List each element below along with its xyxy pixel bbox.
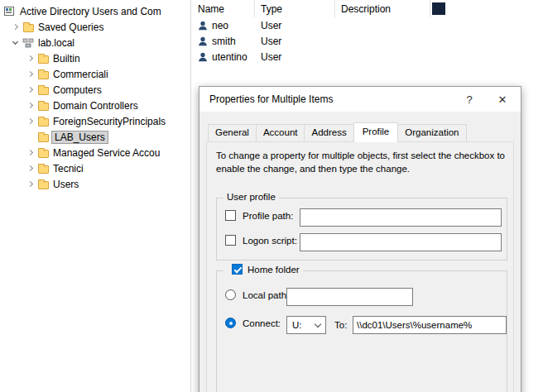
folder-icon [36,132,50,142]
instruction-text: To change a property for multiple object… [216,150,507,175]
tree-item-label: Saved Queries [38,22,103,33]
tree-item-label: Domain Controllers [53,100,138,112]
drive-letter-dropdown[interactable]: U: [286,316,326,334]
tree-item-label: Commerciali [53,69,108,80]
column-header-description[interactable]: Description [335,0,430,17]
profile-path-checkbox[interactable] [225,210,236,221]
drive-letter-value: U: [292,320,302,330]
tree-item-lab-users[interactable]: LAB_Users [0,129,190,145]
tree-item-lab-local[interactable]: lab.local [0,35,190,50]
list-row-smith[interactable]: smith User [192,33,543,49]
logon-script-label: Logon script: [243,236,297,246]
list-cell-name: neo [212,20,228,31]
tree-item-label: Users [53,179,79,190]
aduc-window: Active Directory Users and Com Saved Que… [0,0,543,392]
tree-item-foreignsecurityprincipals[interactable]: ForeignSecurityPrincipals [0,113,190,129]
profile-path-label: Profile path: [243,211,293,221]
chevron-right-icon[interactable] [23,56,36,60]
tree-item-commerciali[interactable]: Commerciali [0,66,190,82]
tree-item-root[interactable]: Active Directory Users and Com [0,3,190,19]
folder-icon [22,22,35,32]
local-path-label: Local path: [243,290,289,300]
dialog-tab-strip: General Account Address Profile Organiza… [208,124,466,142]
tree-item-label: Managed Service Accou [53,147,160,159]
tab-account[interactable]: Account [256,124,305,141]
tab-profile[interactable]: Profile [353,122,399,142]
list-cell-type: User [255,36,335,47]
folder-icon [36,101,50,111]
home-folder-label: Home folder [247,265,300,275]
chevron-down-icon [315,320,321,327]
properties-dialog: Properties for Multiple Items ? ✕ Genera… [199,86,521,392]
dialog-title: Properties for Multiple Items [199,93,454,105]
chevron-right-icon[interactable] [23,151,36,155]
tab-general[interactable]: General [208,124,257,141]
tree-item-saved-queries[interactable]: Saved Queries [0,19,190,35]
chevron-right-icon[interactable] [23,182,36,186]
chevron-right-icon[interactable] [23,72,36,76]
tree-item-managed-service-accounts[interactable]: Managed Service Accou [0,145,190,160]
user-profile-groupbox: User profile Profile path: Logon script: [216,198,507,261]
logon-script-checkbox[interactable] [225,235,236,246]
column-header-type[interactable]: Type [255,0,335,17]
list-cell-type: User [255,51,335,63]
folder-icon [36,117,50,127]
user-profile-group-label: User profile [223,192,279,202]
folder-icon [36,179,50,189]
tree-item-users[interactable]: Users [0,176,190,192]
user-icon [197,51,209,63]
tree-item-label: Builtin [53,53,80,65]
folder-icon [36,148,50,158]
tree-item-label-selected: LAB_Users [51,131,108,144]
tree-item-label: Active Directory Users and Com [20,6,161,17]
tree-item-computers[interactable]: Computers [0,82,190,98]
logon-script-input[interactable] [300,233,502,251]
local-path-input[interactable] [286,288,413,306]
home-folder-checkbox[interactable] [232,264,243,275]
chevron-right-icon[interactable] [23,166,36,170]
list-row-neo[interactable]: neo User [192,17,543,33]
folder-icon [36,54,50,64]
tree-item-label: ForeignSecurityPrincipals [53,116,166,127]
aduc-root-icon [3,6,17,17]
profile-path-input[interactable] [300,208,502,227]
console-tree-panel: Active Directory Users and Com Saved Que… [0,0,191,392]
tree-item-label: Tecnici [53,163,84,174]
tree-item-tecnici[interactable]: Tecnici [0,160,190,176]
dialog-titlebar[interactable]: Properties for Multiple Items ? ✕ [199,87,521,112]
user-icon [197,36,209,47]
home-folder-groupbox: Home folder Local path: Connect: U: To: [216,270,507,392]
local-path-radio[interactable] [225,289,236,300]
chevron-right-icon[interactable] [23,88,36,92]
list-cell-type: User [255,20,335,31]
chevron-right-icon[interactable] [8,25,22,29]
help-button[interactable]: ? [454,87,484,112]
tree-item-label: lab.local [38,37,74,49]
column-header-name[interactable]: Name [192,0,255,17]
list-column-header: Name Type Description [192,0,543,17]
header-dark-block [432,2,445,15]
list-row-utentino[interactable]: utentino User [192,49,543,65]
connect-path-input[interactable] [353,316,507,334]
chevron-down-icon[interactable] [8,41,22,44]
folder-icon [36,164,50,174]
tree-item-label: Computers [53,84,102,96]
folder-icon [36,85,50,95]
tree-item-domain-controllers[interactable]: Domain Controllers [0,98,190,113]
tab-organization[interactable]: Organization [397,124,466,141]
close-button[interactable]: ✕ [484,87,521,112]
user-icon [197,20,209,31]
tree-item-builtin[interactable]: Builtin [0,50,190,66]
chevron-right-icon[interactable] [23,119,36,123]
list-cell-name: smith [212,36,236,47]
home-folder-group-label: Home folder [223,264,303,275]
domain-icon [22,38,35,48]
to-label: To: [334,320,347,330]
tab-address[interactable]: Address [304,124,353,141]
folder-icon [36,69,50,79]
list-cell-name: utentino [212,51,247,63]
chevron-right-icon[interactable] [23,103,36,108]
connect-label: Connect: [243,318,281,328]
connect-radio[interactable] [225,318,236,328]
